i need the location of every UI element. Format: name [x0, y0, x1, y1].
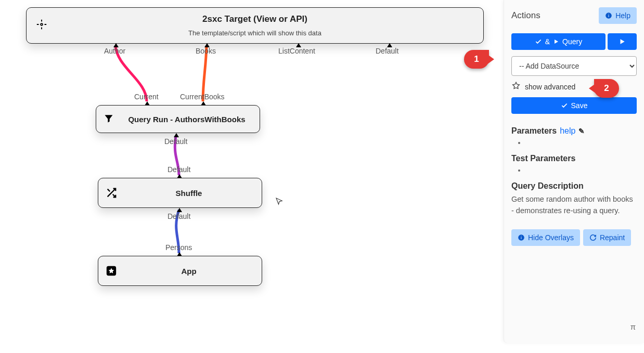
- query-description-text: Get some random author with books - demo…: [511, 194, 637, 217]
- test-parameters-heading: Test Parameters: [511, 154, 637, 163]
- check-icon: [535, 38, 542, 45]
- svg-rect-4: [609, 14, 609, 15]
- svg-point-0: [41, 23, 43, 25]
- node-title: App: [123, 267, 254, 276]
- port-label-default: Default: [168, 165, 190, 174]
- parameters-heading: Parameters help ✎: [511, 126, 637, 136]
- target-icon: [36, 19, 47, 32]
- shuffle-icon: [106, 187, 117, 199]
- port-label-persons: Persons: [165, 243, 192, 252]
- filter-icon: [104, 113, 115, 125]
- callout-2: 2: [594, 79, 619, 98]
- callout-1: 1: [464, 50, 489, 69]
- actions-sidebar: Actions Help & Query -- Add DataSource s…: [504, 0, 644, 343]
- save-and-run-query-button[interactable]: & Query: [511, 33, 606, 50]
- pi-symbol[interactable]: π: [630, 322, 636, 331]
- save-button[interactable]: Save: [511, 97, 637, 114]
- port-label-default: Default: [164, 137, 187, 146]
- node-title: Shuffle: [123, 189, 254, 198]
- play-icon: [553, 38, 559, 45]
- query-description-heading: Query Description: [511, 181, 637, 191]
- info-icon: [605, 12, 612, 19]
- mouse-cursor-icon: [275, 197, 284, 208]
- sidebar-title: Actions: [511, 10, 540, 21]
- star-badge-icon: [106, 265, 117, 277]
- port-label-author: Author: [104, 47, 125, 55]
- target-title: 2sxc Target (View or API): [202, 14, 307, 27]
- star-outline-icon: [511, 81, 521, 92]
- node-queryrun[interactable]: Query Run - AuthorsWithBooks: [96, 105, 260, 133]
- add-datasource-select[interactable]: -- Add DataSource: [511, 56, 637, 76]
- node-shuffle[interactable]: Shuffle: [98, 178, 262, 208]
- check-icon: [561, 102, 568, 109]
- port-label-default: Default: [376, 47, 398, 55]
- run-query-button[interactable]: [608, 33, 637, 50]
- parameters-list: [511, 139, 637, 147]
- parameters-help-link[interactable]: help: [560, 126, 575, 136]
- port-in[interactable]: [177, 208, 182, 212]
- node-app[interactable]: App: [98, 256, 262, 286]
- port-label-current: Current: [134, 93, 159, 101]
- svg-rect-6: [521, 237, 521, 239]
- port-label-currentbooks: CurrentBooks: [180, 93, 225, 101]
- port-label-default: Default: [168, 212, 190, 220]
- show-advanced-toggle[interactable]: show advanced: [525, 83, 575, 91]
- play-icon: [619, 38, 626, 45]
- hide-overlays-button[interactable]: Hide Overlays: [511, 229, 580, 246]
- test-parameters-list: [511, 166, 637, 174]
- repaint-button[interactable]: Repaint: [583, 229, 631, 246]
- node-target[interactable]: 2sxc Target (View or API) The template/s…: [26, 7, 484, 44]
- query-designer-canvas[interactable]: 2sxc Target (View or API) The template/s…: [0, 0, 504, 353]
- connection-wires: [0, 0, 504, 353]
- node-title: Query Run - AuthorsWithBooks: [121, 115, 252, 124]
- svg-rect-3: [609, 15, 609, 17]
- port-in[interactable]: [174, 133, 179, 137]
- port-label-listcontent: ListContent: [278, 47, 315, 55]
- info-icon: [518, 234, 525, 241]
- help-button[interactable]: Help: [599, 7, 637, 24]
- target-subtitle: The template/script which will show this…: [188, 29, 321, 37]
- refresh-icon: [589, 234, 597, 241]
- svg-rect-7: [521, 236, 521, 236]
- port-label-books: Books: [196, 47, 216, 55]
- pencil-icon[interactable]: ✎: [578, 127, 585, 135]
